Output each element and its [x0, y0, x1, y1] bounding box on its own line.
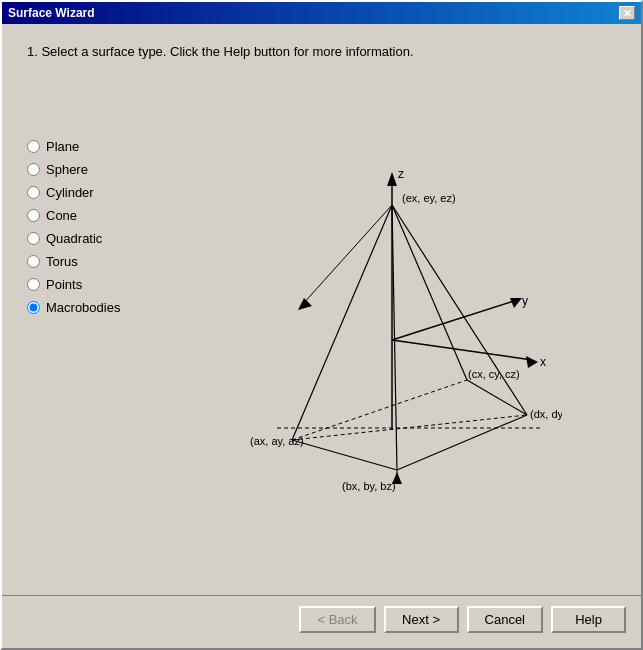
radio-torus-label: Torus [46, 254, 78, 269]
svg-line-3 [392, 300, 517, 340]
svg-line-9 [292, 205, 392, 440]
content-area: 1. Select a surface type. Click the Help… [2, 24, 641, 590]
svg-marker-1 [387, 172, 397, 186]
surface-type-group: Plane Sphere Cylinder Cone Quadratic [27, 79, 157, 580]
svg-text:y: y [522, 294, 528, 308]
macrobodies-diagram: z y x [222, 150, 562, 510]
next-button[interactable]: Next > [384, 606, 459, 633]
radio-points-input[interactable] [27, 278, 40, 291]
radio-torus[interactable]: Torus [27, 254, 157, 269]
cx-cy-cz-label: (cx, cy, cz) [468, 368, 520, 380]
svg-line-13 [292, 440, 397, 470]
radio-cylinder-label: Cylinder [46, 185, 94, 200]
svg-line-11 [392, 205, 467, 380]
svg-line-6 [392, 340, 532, 360]
radio-points[interactable]: Points [27, 277, 157, 292]
svg-marker-4 [510, 298, 522, 308]
svg-text:x: x [540, 355, 546, 369]
svg-text:z: z [398, 167, 404, 181]
svg-marker-7 [526, 356, 538, 368]
instruction-text: 1. Select a surface type. Click the Help… [27, 44, 616, 59]
dx-dy-dz-label: (dx, dy, dz) [530, 408, 562, 420]
radio-sphere[interactable]: Sphere [27, 162, 157, 177]
radio-sphere-input[interactable] [27, 163, 40, 176]
help-button[interactable]: Help [551, 606, 626, 633]
radio-quadratic-input[interactable] [27, 232, 40, 245]
radio-macrobodies-label: Macrobodies [46, 300, 120, 315]
svg-line-15 [467, 380, 527, 415]
radio-plane-label: Plane [46, 139, 79, 154]
svg-line-19 [302, 205, 392, 305]
svg-line-12 [392, 205, 527, 415]
radio-quadratic[interactable]: Quadratic [27, 231, 157, 246]
radio-cylinder[interactable]: Cylinder [27, 185, 157, 200]
radio-cylinder-input[interactable] [27, 186, 40, 199]
svg-marker-22 [392, 472, 402, 484]
radio-plane[interactable]: Plane [27, 139, 157, 154]
title-bar: Surface Wizard ✕ [2, 2, 641, 24]
radio-cone[interactable]: Cone [27, 208, 157, 223]
footer: < Back Next > Cancel Help [2, 595, 641, 648]
diagram-area: z y x [167, 79, 616, 580]
close-button[interactable]: ✕ [619, 6, 635, 20]
radio-macrobodies-input[interactable] [27, 301, 40, 314]
radio-quadratic-label: Quadratic [46, 231, 102, 246]
radio-torus-input[interactable] [27, 255, 40, 268]
window-title: Surface Wizard [8, 6, 95, 20]
radio-sphere-label: Sphere [46, 162, 88, 177]
svg-marker-20 [298, 298, 312, 310]
main-area: Plane Sphere Cylinder Cone Quadratic [27, 79, 616, 580]
ex-ey-ez-label: (ex, ey, ez) [402, 192, 456, 204]
radio-points-label: Points [46, 277, 82, 292]
back-button[interactable]: < Back [299, 606, 375, 633]
radio-macrobodies[interactable]: Macrobodies [27, 300, 157, 315]
cancel-button[interactable]: Cancel [467, 606, 543, 633]
radio-cone-label: Cone [46, 208, 77, 223]
main-window: Surface Wizard ✕ 1. Select a surface typ… [0, 0, 643, 650]
radio-plane-input[interactable] [27, 140, 40, 153]
bx-by-bz-label: (bx, by, bz) [342, 480, 396, 492]
ax-ay-az-label: (ax, ay, az) [250, 435, 304, 447]
svg-line-14 [397, 415, 527, 470]
radio-cone-input[interactable] [27, 209, 40, 222]
